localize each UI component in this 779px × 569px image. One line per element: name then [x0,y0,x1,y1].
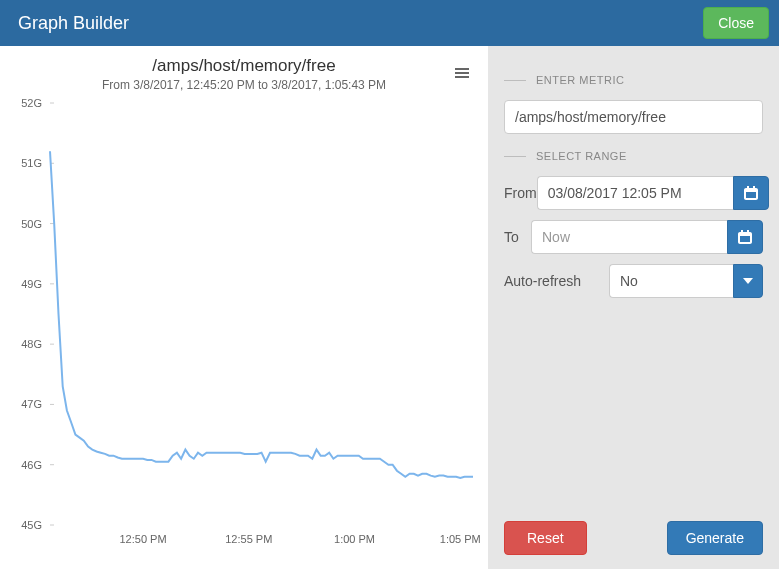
body: /amps/host/memory/free From 3/8/2017, 12… [0,46,779,569]
section-metric-label: ENTER METRIC [536,74,625,86]
section-range-header: SELECT RANGE [504,150,763,162]
to-input[interactable] [531,220,727,254]
to-calendar-button[interactable] [727,220,763,254]
svg-text:52G: 52G [21,98,42,109]
to-label: To [504,229,531,245]
svg-text:46G: 46G [21,459,42,471]
metric-input[interactable] [504,100,763,134]
reset-button[interactable]: Reset [504,521,587,555]
svg-text:47G: 47G [21,398,42,410]
svg-text:49G: 49G [21,278,42,290]
svg-text:48G: 48G [21,338,42,350]
generate-button[interactable]: Generate [667,521,763,555]
to-row: To [504,220,763,254]
from-label: From [504,185,537,201]
autorefresh-dropdown-button[interactable] [733,264,763,298]
svg-text:1:05 PM: 1:05 PM [440,533,481,545]
chevron-down-icon [743,278,753,284]
calendar-icon [738,230,752,244]
svg-text:12:55 PM: 12:55 PM [225,533,272,545]
svg-text:45G: 45G [21,519,42,531]
chart-pane: /amps/host/memory/free From 3/8/2017, 12… [0,46,488,569]
header-title: Graph Builder [18,13,129,34]
section-range-label: SELECT RANGE [536,150,627,162]
footer-buttons: Reset Generate [504,521,763,555]
chart-svg: 45G46G47G48G49G50G51G52G12:50 PM12:55 PM… [5,98,483,553]
svg-text:1:00 PM: 1:00 PM [334,533,375,545]
svg-text:12:50 PM: 12:50 PM [120,533,167,545]
autorefresh-label: Auto-refresh [504,273,609,289]
chart-area: 45G46G47G48G49G50G51G52G12:50 PM12:55 PM… [5,98,483,553]
chart-title: /amps/host/memory/free [5,56,483,76]
section-metric-header: ENTER METRIC [504,74,763,86]
svg-text:50G: 50G [21,218,42,230]
from-calendar-button[interactable] [733,176,769,210]
svg-text:51G: 51G [21,157,42,169]
header: Graph Builder Close [0,0,779,46]
calendar-icon [744,186,758,200]
chart-menu-icon[interactable] [455,66,469,80]
from-input[interactable] [537,176,733,210]
close-button[interactable]: Close [703,7,769,39]
chart-subtitle: From 3/8/2017, 12:45:20 PM to 3/8/2017, … [5,78,483,92]
autorefresh-row: Auto-refresh No [504,264,763,298]
side-pane: ENTER METRIC SELECT RANGE From To [488,46,779,569]
chart-header: /amps/host/memory/free From 3/8/2017, 12… [5,56,483,92]
from-row: From [504,176,763,210]
autorefresh-select[interactable]: No [609,264,733,298]
